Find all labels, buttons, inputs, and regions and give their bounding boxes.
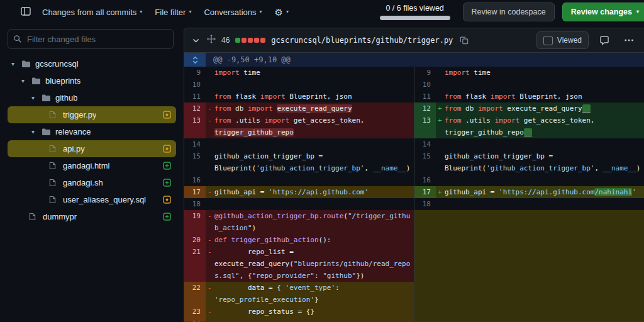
tree-folder-gcscruncsql[interactable]: ▾gcscruncsql [8, 55, 176, 72]
tree-file-gandagi.sh[interactable]: gandagi.sh [8, 174, 176, 191]
line-number[interactable]: 13 [184, 114, 206, 138]
chevron-down-icon: ▾ [11, 60, 21, 67]
line-number[interactable]: 18 [184, 198, 206, 210]
line-number[interactable]: 11 [414, 91, 436, 103]
line-number[interactable]: 15 [414, 150, 436, 174]
code-line [436, 234, 644, 246]
code-line: +from db import execute_read_query__ [436, 103, 644, 114]
review-changes-button[interactable]: Review changes ▾ [562, 3, 644, 21]
collapse-file-button[interactable] [191, 35, 201, 46]
tree-item-label: dummypr [43, 212, 77, 221]
code-line: - [206, 318, 414, 321]
line-number[interactable]: 24 [184, 318, 206, 321]
line-number[interactable]: 16 [184, 174, 206, 186]
diff-settings-dropdown[interactable]: ⚙ ▾ [269, 4, 294, 21]
diff-row: 15 github_action_trigger_bp = Blueprint(… [184, 150, 644, 174]
expand-diff-button[interactable] [184, 53, 206, 67]
file-tree-toggle-button[interactable] [16, 4, 35, 21]
tree-file-trigger.py[interactable]: trigger.py [8, 106, 176, 123]
diff-row: 14 14 [184, 138, 644, 150]
copy-path-button[interactable] [458, 35, 470, 46]
code-line [436, 318, 644, 321]
line-number[interactable]: 10 [414, 79, 436, 91]
line-number[interactable]: 15 [184, 150, 206, 174]
code-line [436, 198, 644, 210]
changes-from-dropdown[interactable]: Changes from all commits ▾ [36, 4, 148, 21]
modified-status-icon [163, 111, 171, 119]
viewed-toggle-button[interactable]: Viewed [536, 31, 589, 49]
line-number[interactable]: 9 [184, 67, 206, 79]
code-line: +from .utils import get_access_token, tr… [436, 114, 644, 138]
tree-file-api.py[interactable]: api.py [8, 140, 176, 157]
line-number[interactable]: 16 [414, 174, 436, 186]
code-line [436, 282, 644, 306]
line-number[interactable]: 14 [184, 138, 206, 150]
kebab-menu-button[interactable]: ⋯ [620, 35, 638, 46]
code-line [206, 138, 414, 150]
comment-button[interactable] [598, 35, 611, 47]
line-number[interactable]: 23 [184, 306, 206, 318]
caret-down-icon: ▾ [636, 9, 639, 14]
line-number[interactable]: 13 [414, 114, 436, 138]
code-line: - data = { 'event_type': 'repo_profile_e… [206, 282, 414, 306]
file-filter-input[interactable] [8, 29, 174, 49]
hunk-label: @@ -9,50 +9,10 @@ [206, 53, 291, 67]
line-number[interactable]: 10 [184, 79, 206, 91]
line-number[interactable]: 12 [414, 103, 436, 114]
line-number[interactable]: 17 [414, 186, 436, 198]
viewed-label: Viewed [557, 36, 582, 45]
tree-folder-github[interactable]: ▾github [8, 89, 176, 106]
line-number[interactable]: 22 [184, 282, 206, 306]
line-number[interactable]: 20 [184, 234, 206, 246]
diffstat-block [235, 38, 240, 43]
file-filter-dropdown[interactable]: File filter ▾ [149, 4, 197, 21]
line-number[interactable]: 18 [414, 198, 436, 210]
files-viewed-label: 0 / 6 files viewed [386, 4, 443, 13]
files-viewed-meter: 0 / 6 files viewed [380, 4, 450, 20]
code-line [206, 79, 414, 91]
review-in-codespace-button[interactable]: Review in codespace [463, 3, 555, 21]
file-icon [49, 145, 59, 153]
tree-file-gandagi.html[interactable]: gandagi.html [8, 157, 176, 174]
tree-folder-blueprints[interactable]: ▾blueprints [8, 72, 176, 89]
tree-folder-relevance[interactable]: ▾relevance [8, 123, 176, 140]
line-number [414, 282, 436, 306]
line-number[interactable]: 19 [184, 210, 206, 234]
file-filter-label: File filter [155, 8, 186, 17]
diff-row: 9 import time9 import time [184, 67, 644, 79]
diffstat-block [242, 38, 247, 43]
drag-handle-icon[interactable] [207, 35, 216, 46]
diff-row: 12-from db import execute_read_query12+f… [184, 103, 644, 114]
code-line [206, 198, 414, 210]
line-number[interactable]: 11 [184, 91, 206, 103]
viewed-checkbox[interactable] [543, 36, 553, 45]
tree-item-label: blueprints [45, 76, 80, 86]
file-icon [49, 196, 59, 204]
copy-icon [460, 36, 469, 45]
line-number[interactable]: 14 [414, 138, 436, 150]
file-header: 46 gcscruncsql/blueprints/github/trigger… [184, 28, 644, 53]
code-line: import time [206, 67, 414, 79]
line-number[interactable]: 17 [184, 186, 206, 198]
code-line [436, 79, 644, 91]
line-number[interactable]: 12 [184, 103, 206, 114]
tree-file-dummypr[interactable]: dummypr [8, 208, 176, 225]
sidebar-icon [20, 6, 31, 18]
code-line: -github_api = 'https://api.github.com' [206, 186, 414, 198]
diffstat-block [254, 38, 259, 43]
code-line: from flask import Blueprint, json [206, 91, 414, 103]
conversations-label: Conversations [204, 8, 256, 17]
chevron-down-icon: ▾ [31, 128, 42, 135]
line-number[interactable]: 9 [414, 67, 436, 79]
caret-down-icon: ▾ [140, 9, 142, 14]
diffstat-blocks [235, 38, 265, 43]
line-number [414, 246, 436, 282]
files-viewed-progress [380, 16, 450, 20]
tree-file-user_aliases_query.sql[interactable]: user_aliases_query.sql [8, 191, 176, 208]
diff-row: 23- repo_status = {} [184, 306, 644, 318]
changes-from-label: Changes from all commits [42, 8, 136, 17]
file-path: gcscruncsql/blueprints/github/trigger.py [271, 36, 453, 45]
line-number[interactable]: 21 [184, 246, 206, 282]
conversations-dropdown[interactable]: Conversations ▾ [198, 4, 267, 21]
diff-row: 24- [184, 318, 644, 321]
